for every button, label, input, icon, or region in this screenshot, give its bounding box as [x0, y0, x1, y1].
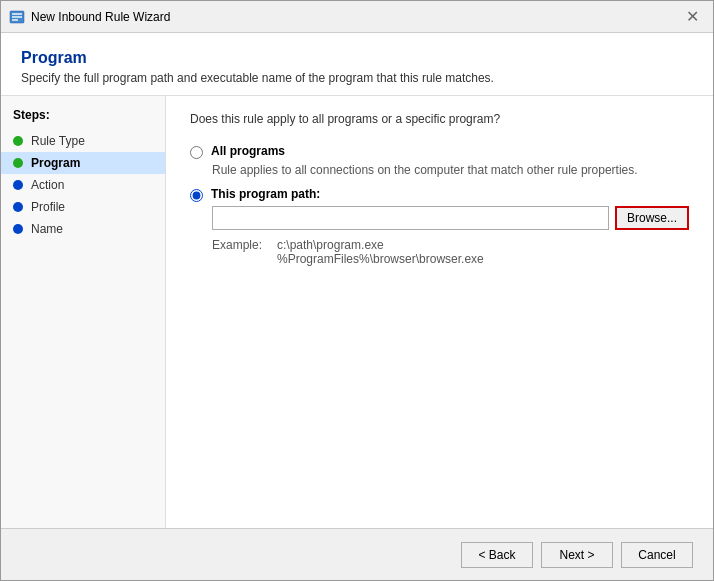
sidebar: Steps: Rule Type Program Action Profile: [1, 96, 166, 528]
sidebar-label-action: Action: [31, 178, 64, 192]
close-button[interactable]: ✕: [679, 7, 705, 27]
question-text: Does this rule apply to all programs or …: [190, 112, 689, 126]
step-dot-rule-type: [13, 136, 23, 146]
path-section: Browse... Example: c:\path\program.exe %…: [190, 206, 689, 266]
svg-rect-3: [12, 19, 18, 21]
radio-group-programs: All programs Rule applies to all connect…: [190, 144, 689, 266]
sidebar-label-rule-type: Rule Type: [31, 134, 85, 148]
wizard-content: Program Specify the full program path an…: [1, 33, 713, 580]
step-dot-name: [13, 224, 23, 234]
radio-row-this-program: This program path:: [190, 187, 689, 202]
sidebar-item-profile[interactable]: Profile: [1, 196, 165, 218]
sidebar-item-name[interactable]: Name: [1, 218, 165, 240]
svg-rect-1: [12, 13, 22, 15]
example-line-2: %ProgramFiles%\browser\browser.exe: [277, 252, 484, 266]
all-programs-label[interactable]: All programs: [211, 144, 285, 158]
radio-row-all-programs: All programs: [190, 144, 689, 159]
page-title: Program: [21, 49, 693, 67]
next-button[interactable]: Next >: [541, 542, 613, 568]
page-header: Program Specify the full program path an…: [1, 33, 713, 96]
path-input-row: Browse...: [212, 206, 689, 230]
sidebar-item-rule-type[interactable]: Rule Type: [1, 130, 165, 152]
example-values: c:\path\program.exe %ProgramFiles%\brows…: [277, 238, 484, 266]
step-dot-profile: [13, 202, 23, 212]
firewall-icon: [9, 9, 25, 25]
example-row: Example: c:\path\program.exe %ProgramFil…: [212, 238, 689, 266]
steps-label: Steps:: [1, 108, 165, 130]
radio-this-program[interactable]: [190, 189, 203, 202]
sidebar-label-program: Program: [31, 156, 80, 170]
form-area: Does this rule apply to all programs or …: [166, 96, 713, 528]
step-dot-action: [13, 180, 23, 190]
sidebar-label-profile: Profile: [31, 200, 65, 214]
radio-all-programs[interactable]: [190, 146, 203, 159]
browse-button[interactable]: Browse...: [615, 206, 689, 230]
all-programs-description: Rule applies to all connections on the c…: [212, 163, 689, 177]
program-path-input[interactable]: [212, 206, 609, 230]
example-line-1: c:\path\program.exe: [277, 238, 484, 252]
main-area: Steps: Rule Type Program Action Profile: [1, 96, 713, 528]
sidebar-label-name: Name: [31, 222, 63, 236]
example-label: Example:: [212, 238, 267, 266]
page-subtitle: Specify the full program path and execut…: [21, 71, 693, 85]
sidebar-item-program[interactable]: Program: [1, 152, 165, 174]
back-button[interactable]: < Back: [461, 542, 533, 568]
step-dot-program: [13, 158, 23, 168]
title-bar: New Inbound Rule Wizard ✕: [1, 1, 713, 33]
cancel-button[interactable]: Cancel: [621, 542, 693, 568]
wizard-footer: < Back Next > Cancel: [1, 528, 713, 580]
window-title: New Inbound Rule Wizard: [31, 10, 679, 24]
svg-rect-2: [12, 16, 22, 18]
wizard-window: New Inbound Rule Wizard ✕ Program Specif…: [0, 0, 714, 581]
this-program-label[interactable]: This program path:: [211, 187, 320, 201]
sidebar-item-action[interactable]: Action: [1, 174, 165, 196]
